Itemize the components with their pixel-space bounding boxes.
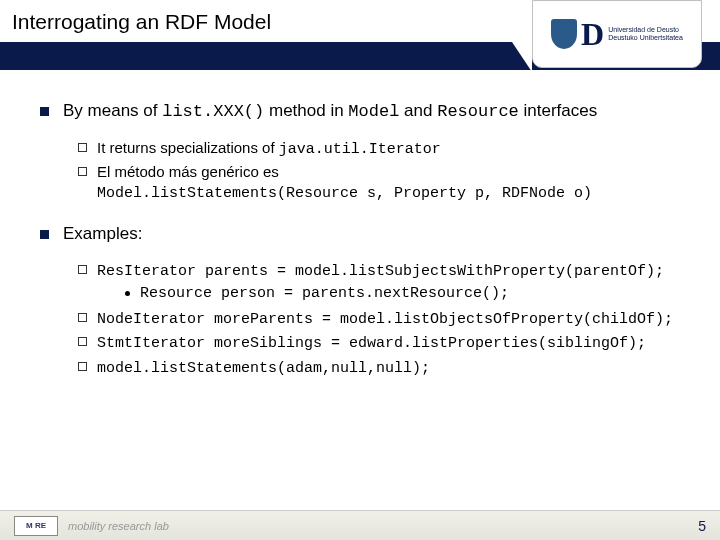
text: interfaces bbox=[519, 101, 597, 120]
page-number: 5 bbox=[698, 518, 706, 534]
square-bullet-icon bbox=[40, 230, 49, 239]
bullet-2-sublist: ResIterator parents = model.listSubjects… bbox=[78, 260, 680, 379]
slide-footer: M RE mobility research lab 5 bbox=[0, 510, 720, 540]
bullet-1: By means of list.XXX() method in Model a… bbox=[40, 100, 680, 124]
hollow-box-icon bbox=[78, 167, 87, 176]
text: method in bbox=[264, 101, 348, 120]
text: By means of bbox=[63, 101, 162, 120]
logo-letter: D bbox=[581, 16, 604, 53]
hollow-box-icon bbox=[78, 143, 87, 152]
code: java.util.Iterator bbox=[279, 141, 441, 158]
sub-item: It returns specializations of java.util.… bbox=[78, 138, 680, 160]
hollow-box-icon bbox=[78, 362, 87, 371]
square-bullet-icon bbox=[40, 107, 49, 116]
hollow-box-icon bbox=[78, 337, 87, 346]
logo-line1: Universidad de Deusto bbox=[608, 26, 683, 34]
sub-item: El método más genérico es Model.listStat… bbox=[78, 162, 680, 205]
sub-item: ResIterator parents = model.listSubjects… bbox=[78, 260, 680, 307]
code: NodeIterator moreParents = model.listObj… bbox=[97, 311, 673, 328]
code: model.listStatements(adam,null,null); bbox=[97, 360, 430, 377]
footer-lab-text: mobility research lab bbox=[68, 520, 169, 532]
logo-line2: Deustuko Unibertsitatea bbox=[608, 34, 683, 42]
bullet-2: Examples: bbox=[40, 223, 680, 246]
sub-item: model.listStatements(adam,null,null); bbox=[78, 357, 680, 379]
code: Resource person = parents.nextResource()… bbox=[140, 284, 509, 304]
code: Resource bbox=[437, 102, 519, 121]
code: ResIterator parents = model.listSubjects… bbox=[97, 263, 664, 280]
slide-content: By means of list.XXX() method in Model a… bbox=[0, 72, 720, 379]
hollow-box-icon bbox=[78, 313, 87, 322]
code: list.XXX() bbox=[162, 102, 264, 121]
shield-icon bbox=[551, 19, 577, 49]
university-logo: D Universidad de Deusto Deustuko Unibert… bbox=[532, 0, 702, 68]
bullet-1-sublist: It returns specializations of java.util.… bbox=[78, 138, 680, 205]
ribbon-notch bbox=[508, 0, 532, 72]
more-lab-logo: M RE bbox=[14, 516, 58, 536]
slide-header: Interrogating an RDF Model D Universidad… bbox=[0, 0, 720, 72]
sub-item: StmtIterator moreSiblings = edward.listP… bbox=[78, 332, 680, 354]
code: StmtIterator moreSiblings = edward.listP… bbox=[97, 335, 646, 352]
code: Model.listStatements(Resource s, Propert… bbox=[97, 185, 592, 202]
sub-item: NodeIterator moreParents = model.listObj… bbox=[78, 308, 680, 330]
text: and bbox=[399, 101, 437, 120]
dot-bullet-icon bbox=[125, 291, 130, 296]
text: El método más genérico es bbox=[97, 163, 279, 180]
text: Examples: bbox=[63, 223, 680, 246]
code: Model bbox=[348, 102, 399, 121]
hollow-box-icon bbox=[78, 265, 87, 274]
text: It returns specializations of bbox=[97, 139, 279, 156]
third-level-item: Resource person = parents.nextResource()… bbox=[125, 284, 680, 304]
